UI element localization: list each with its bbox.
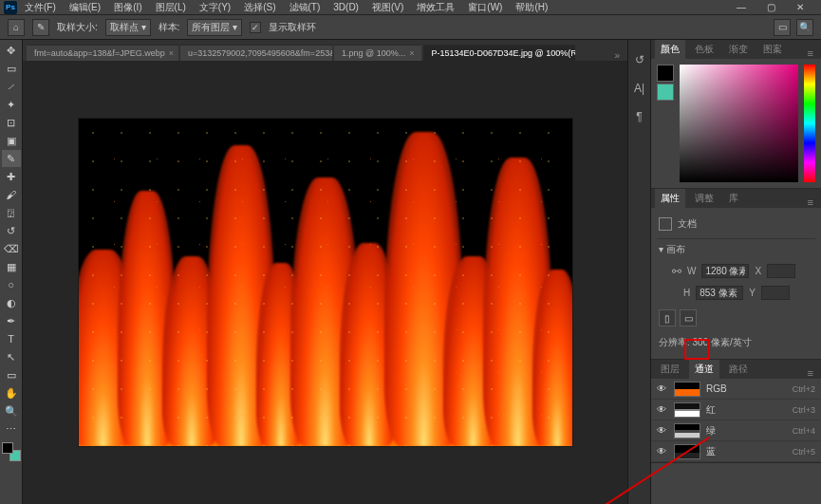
- channel-shortcut: Ctrl+5: [793, 447, 815, 457]
- home-icon[interactable]: ⌂: [8, 19, 25, 36]
- panel-menu-icon[interactable]: ≡: [804, 47, 817, 59]
- panel-tab-paths[interactable]: 路径: [723, 360, 754, 379]
- tab-close-icon[interactable]: ×: [409, 48, 414, 58]
- sample-label: 样本:: [159, 21, 180, 34]
- paragraph-icon[interactable]: ¶: [631, 108, 648, 125]
- tool-pen[interactable]: ✒: [2, 312, 21, 329]
- panel-tab-channels[interactable]: 通道: [689, 360, 719, 379]
- tool-path[interactable]: ↖: [2, 348, 21, 365]
- canvas[interactable]: [79, 119, 572, 446]
- x-input[interactable]: [767, 264, 795, 278]
- panel-menu-icon[interactable]: ≡: [804, 196, 817, 208]
- color-swatches[interactable]: [2, 442, 21, 461]
- tool-dodge[interactable]: ◐: [2, 294, 21, 311]
- height-input[interactable]: [696, 286, 743, 300]
- tool-history-brush[interactable]: ↺: [2, 222, 21, 239]
- tool-eraser[interactable]: ⌫: [2, 240, 21, 257]
- tab-close-icon[interactable]: ×: [169, 48, 174, 58]
- tool-brush[interactable]: 🖌: [2, 186, 21, 203]
- tool-stamp[interactable]: ⍰: [2, 204, 21, 221]
- tool-type[interactable]: T: [2, 330, 21, 347]
- close-icon[interactable]: ✕: [791, 2, 810, 12]
- foreground-color-swatch[interactable]: [2, 442, 13, 454]
- width-input[interactable]: [701, 264, 749, 278]
- channel-row-rgb[interactable]: 👁 RGB Ctrl+2: [651, 379, 821, 400]
- link-icon[interactable]: ⚯: [672, 265, 681, 278]
- tool-preset-icon[interactable]: ✎: [32, 19, 49, 36]
- visibility-icon[interactable]: 👁: [657, 446, 668, 457]
- bg-color-swatch[interactable]: [657, 84, 674, 101]
- tool-gradient[interactable]: ▦: [2, 258, 21, 275]
- tool-blur[interactable]: ○: [2, 276, 21, 293]
- menu-3d[interactable]: 3D(D): [327, 2, 364, 12]
- tab-2[interactable]: 1.png @ 100%...×: [334, 45, 421, 61]
- channel-row-green[interactable]: 👁 绿 Ctrl+4: [651, 420, 821, 441]
- tab-0[interactable]: fmt=auto&app=138&f=JPEG.webp×: [27, 45, 178, 61]
- landscape-orientation-icon[interactable]: ▭: [680, 309, 697, 327]
- tool-wand[interactable]: ✦: [2, 96, 21, 113]
- menu-view[interactable]: 视图(V): [366, 1, 409, 14]
- history-icon[interactable]: ↺: [631, 51, 648, 68]
- tool-eyedropper[interactable]: ✎: [2, 150, 21, 167]
- fg-color-swatch[interactable]: [657, 65, 674, 82]
- menu-window[interactable]: 窗口(W): [462, 1, 508, 14]
- search-icon[interactable]: 🔍: [796, 19, 813, 36]
- tool-hand[interactable]: ✋: [2, 384, 21, 401]
- panel-tab-adjustments[interactable]: 调整: [689, 189, 719, 208]
- panel-tab-swatches[interactable]: 色板: [689, 40, 719, 59]
- panel-tab-layers[interactable]: 图层: [655, 360, 685, 379]
- canvas-area[interactable]: [23, 61, 627, 504]
- panel-tab-patterns[interactable]: 图案: [757, 40, 788, 59]
- maximize-icon[interactable]: ▢: [761, 2, 781, 12]
- channel-shortcut: Ctrl+3: [793, 405, 815, 415]
- channel-row-blue[interactable]: 👁 蓝 Ctrl+5: [651, 441, 821, 462]
- menu-plugins[interactable]: 增效工具: [411, 1, 460, 14]
- tab-overflow-icon[interactable]: »: [610, 50, 624, 61]
- canvas-section-label[interactable]: ▾ 画布: [659, 243, 685, 256]
- color-picker-field[interactable]: [680, 65, 798, 182]
- channels-list: 👁 RGB Ctrl+2 👁 红 Ctrl+3 👁 绿 Ctrl+4: [651, 379, 821, 462]
- visibility-icon[interactable]: 👁: [657, 404, 668, 415]
- tool-move[interactable]: ✥: [2, 42, 21, 59]
- tool-frame[interactable]: ▣: [2, 132, 21, 149]
- hue-slider[interactable]: [804, 65, 815, 182]
- tool-more[interactable]: ⋯: [2, 420, 21, 438]
- tool-shape[interactable]: ▭: [2, 366, 21, 383]
- resolution-label: 分辨率: 300 像素/英寸: [659, 336, 752, 349]
- panel-tab-properties[interactable]: 属性: [655, 189, 685, 208]
- menu-select[interactable]: 选择(S): [238, 1, 281, 14]
- panel-tab-libraries[interactable]: 库: [723, 189, 744, 208]
- menu-bar: Ps 文件(F) 编辑(E) 图像(I) 图层(L) 文字(Y) 选择(S) 滤…: [0, 0, 821, 15]
- menu-filter[interactable]: 滤镜(T): [284, 1, 327, 14]
- show-sampling-ring-checkbox[interactable]: [250, 22, 261, 33]
- minimize-icon[interactable]: —: [731, 2, 752, 12]
- menu-file[interactable]: 文件(F): [19, 1, 62, 14]
- menu-type[interactable]: 文字(Y): [194, 1, 236, 14]
- sample-layers-select[interactable]: 所有图层 ▾: [187, 19, 242, 36]
- color-panel-body: [651, 59, 821, 188]
- visibility-icon[interactable]: 👁: [657, 425, 668, 436]
- menu-layer[interactable]: 图层(L): [150, 1, 192, 14]
- tool-healing[interactable]: ✚: [2, 168, 21, 185]
- visibility-icon[interactable]: 👁: [657, 383, 668, 394]
- portrait-orientation-icon[interactable]: ▯: [659, 309, 676, 327]
- sample-size-select[interactable]: 取样点 ▾: [105, 19, 151, 36]
- menu-help[interactable]: 帮助(H): [510, 1, 553, 14]
- panel-tab-color[interactable]: 颜色: [655, 40, 685, 59]
- tool-zoom[interactable]: 🔍: [2, 402, 21, 420]
- y-input[interactable]: [761, 286, 790, 300]
- panel-tab-gradients[interactable]: 渐变: [723, 40, 754, 59]
- panel-menu-icon[interactable]: ≡: [804, 367, 817, 379]
- tool-lasso[interactable]: ⟋: [2, 78, 21, 95]
- character-icon[interactable]: A|: [631, 80, 648, 97]
- menu-edit[interactable]: 编辑(E): [64, 1, 106, 14]
- channel-row-red[interactable]: 👁 红 Ctrl+3: [651, 400, 821, 420]
- tab-3[interactable]: P-15134E0-D067D34E.jpg @ 100%(RGB/8) *×: [423, 45, 575, 61]
- menu-image[interactable]: 图像(I): [108, 1, 147, 14]
- y-label: Y: [749, 288, 756, 298]
- tool-marquee[interactable]: ▭: [2, 60, 21, 77]
- tab-1[interactable]: u=3132579002,7095495608&fm=253&fmt=auto&…: [180, 45, 332, 61]
- channel-name: 红: [706, 403, 787, 417]
- tool-crop[interactable]: ⊡: [2, 114, 21, 131]
- workspace-icon[interactable]: ▭: [774, 19, 791, 36]
